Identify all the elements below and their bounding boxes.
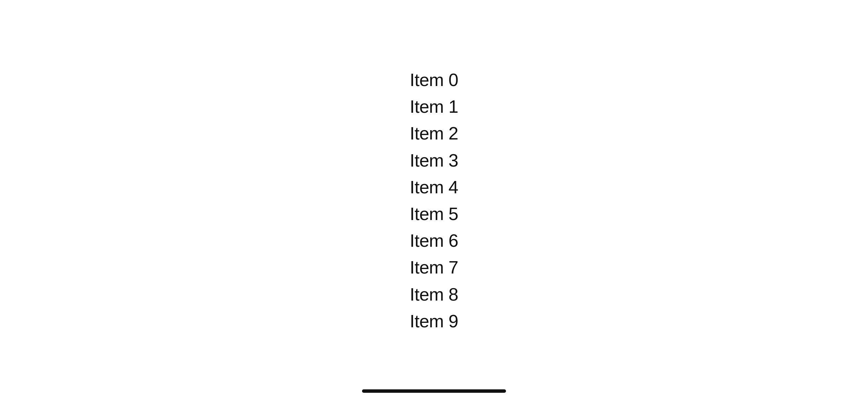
list-item[interactable]: Item 6 [410,227,458,254]
home-indicator [362,389,506,393]
list-item[interactable]: Item 2 [410,120,458,147]
list-item[interactable]: Item 0 [410,66,458,93]
list-item[interactable]: Item 1 [410,93,458,120]
list-item[interactable]: Item 3 [410,147,458,174]
list-item[interactable]: Item 9 [410,308,458,335]
list-item[interactable]: Item 4 [410,174,458,200]
list-item[interactable]: Item 5 [410,200,458,227]
list-item[interactable]: Item 7 [410,254,458,281]
list-container: Item 0Item 1Item 2Item 3Item 4Item 5Item… [410,66,458,335]
list-item[interactable]: Item 8 [410,281,458,308]
